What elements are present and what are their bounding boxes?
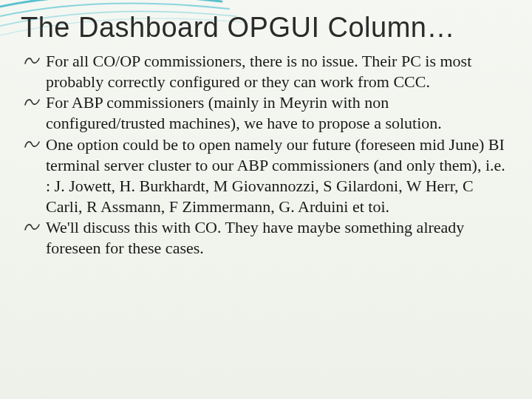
script-bullet-icon [24, 219, 41, 236]
script-bullet-icon [24, 53, 41, 69]
bullet-text: For ABP commissioners (mainly in Meyrin … [46, 93, 442, 132]
slide-title: The Dashboard OPGUI Column… [21, 12, 511, 44]
script-bullet-icon [24, 95, 41, 111]
list-item: For all CO/OP commissioners, there is no… [24, 51, 511, 92]
bullet-text: We'll discuss this with CO. They have ma… [46, 218, 464, 257]
slide-content: The Dashboard OPGUI Column… For all CO/O… [0, 0, 532, 259]
bullet-text: For all CO/OP commissioners, there is no… [46, 52, 471, 91]
list-item: For ABP commissioners (mainly in Meyrin … [24, 92, 511, 134]
script-bullet-icon [24, 137, 41, 153]
bullet-text: One option could be to open namely our f… [46, 135, 505, 216]
bullet-list: For all CO/OP commissioners, there is no… [21, 51, 511, 259]
list-item: One option could be to open namely our f… [24, 134, 511, 218]
list-item: We'll discuss this with CO. They have ma… [24, 217, 511, 259]
